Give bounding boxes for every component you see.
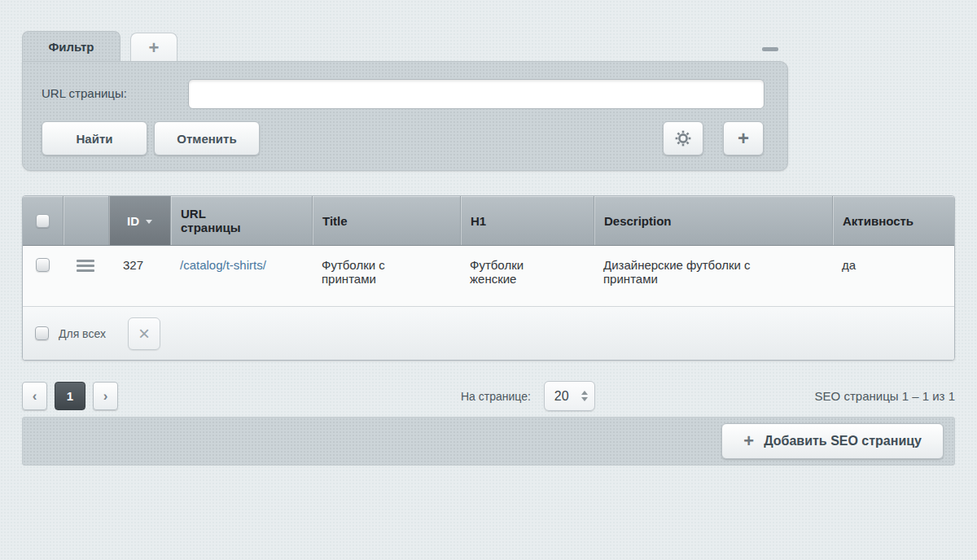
row-cell-h1: Футболки женские <box>460 246 594 306</box>
row-cell-checkbox <box>23 246 63 306</box>
add-seo-page-label: Добавить SEO страницу <box>764 434 922 448</box>
url-field-label: URL страницы: <box>42 79 127 108</box>
add-filter-field-button[interactable]: + <box>723 121 764 155</box>
header-cell-id[interactable]: ID <box>108 196 170 245</box>
chevron-right-icon: › <box>103 388 108 405</box>
header-description-label: Description <box>604 214 672 228</box>
row-checkbox[interactable] <box>36 258 50 272</box>
delete-selected-button[interactable]: × <box>128 317 160 350</box>
action-bar: + Добавить SEO страницу <box>22 417 955 466</box>
row-id-value: 327 <box>123 258 143 272</box>
find-button-label: Найти <box>77 132 113 146</box>
row-cell-menu <box>63 246 108 306</box>
prev-page-button[interactable]: ‹ <box>22 382 47 410</box>
header-cell-description[interactable]: Description <box>594 196 832 245</box>
tab-filter-label: Фильтр <box>49 40 94 54</box>
header-title-label: Title <box>322 214 348 228</box>
row-cell-active: да <box>832 246 954 306</box>
per-page-value: 20 <box>554 389 581 404</box>
header-cell-active[interactable]: Активность <box>832 196 954 245</box>
sort-desc-icon <box>146 220 152 224</box>
table-header-row: ID URL страницы Title H1 Description Акт… <box>23 196 954 246</box>
seo-pages-admin: { "filter": { "tab_label": "Фильтр", "ad… <box>0 0 977 560</box>
table-footer: Для всех × <box>23 306 954 360</box>
row-menu-icon[interactable] <box>77 260 94 272</box>
seo-pages-table: ID URL страницы Title H1 Description Акт… <box>22 195 955 361</box>
tab-filter[interactable]: Фильтр <box>22 31 120 62</box>
table-row: 327 /catalog/t-shirts/ Футболки с принта… <box>23 246 954 306</box>
cancel-button[interactable]: Отменить <box>154 121 260 155</box>
row-cell-url: /catalog/t-shirts/ <box>170 246 312 306</box>
row-title-value: Футболки с принтами <box>322 258 403 286</box>
find-button[interactable]: Найти <box>42 121 147 155</box>
select-all-checkbox[interactable] <box>36 214 50 228</box>
for-all-label: Для всех <box>59 327 106 340</box>
row-cell-description: Дизайнерские футболки с принтами <box>594 246 832 306</box>
filter-panel: URL страницы: Найти Отменить <box>22 61 788 171</box>
chevron-left-icon: ‹ <box>33 388 37 405</box>
header-cell-title[interactable]: Title <box>312 196 460 245</box>
header-cell-checkbox <box>23 196 63 245</box>
header-id-label: ID <box>127 214 139 228</box>
filter-settings-button[interactable] <box>663 121 703 155</box>
row-description-value: Дизайнерские футболки с принтами <box>603 258 766 286</box>
per-page-select[interactable]: 20 <box>544 381 595 411</box>
add-filter-tab[interactable]: + <box>130 33 177 62</box>
close-icon: × <box>138 322 150 345</box>
per-page-label: На странице: <box>461 390 531 403</box>
per-page-control: На странице: 20 <box>461 381 595 411</box>
header-url-label: URL страницы <box>181 207 241 234</box>
plus-icon: + <box>149 37 160 59</box>
header-cell-url[interactable]: URL страницы <box>170 196 312 245</box>
current-page-number: 1 <box>67 389 73 403</box>
row-cell-title: Футболки с принтами <box>312 246 460 306</box>
header-cell-h1[interactable]: H1 <box>460 196 594 245</box>
header-cell-menu <box>63 196 108 245</box>
plus-icon: + <box>743 432 754 450</box>
header-active-label: Активность <box>843 214 913 228</box>
minus-icon[interactable] <box>762 47 778 51</box>
pagination: ‹ 1 › На странице: 20 SEO страницы 1 – 1… <box>22 381 955 411</box>
cancel-button-label: Отменить <box>177 132 236 146</box>
next-page-button[interactable]: › <box>93 382 118 410</box>
plus-icon: + <box>738 127 749 150</box>
url-filter-input[interactable] <box>188 79 765 109</box>
current-page-button[interactable]: 1 <box>55 382 85 410</box>
header-h1-label: H1 <box>471 214 486 228</box>
row-cell-id: 327 <box>108 246 170 306</box>
row-url-link[interactable]: /catalog/t-shirts/ <box>180 258 266 272</box>
add-seo-page-button[interactable]: + Добавить SEO страницу <box>721 423 944 459</box>
for-all-checkbox[interactable] <box>35 326 49 340</box>
gear-icon <box>675 130 691 147</box>
row-active-value: да <box>842 258 856 272</box>
pagination-summary: SEO страницы 1 – 1 из 1 <box>815 389 955 403</box>
row-h1-value: Футболки женские <box>470 258 540 286</box>
up-down-arrows-icon <box>581 391 588 401</box>
